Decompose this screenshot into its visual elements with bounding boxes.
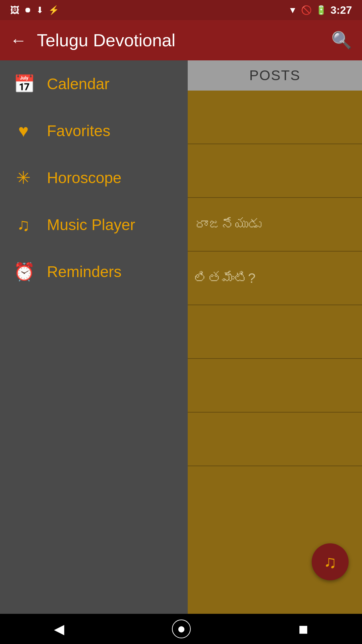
heart-icon: ♥ [13, 121, 34, 141]
status-time: 3:27 [330, 4, 352, 16]
music-player-label: Music Player [47, 216, 135, 234]
record-icon: ⏺ [24, 6, 32, 14]
favorites-label: Favorites [47, 122, 110, 140]
calendar-icon: 📅 [13, 74, 34, 94]
horoscope-label: Horoscope [47, 169, 121, 187]
list-item[interactable] [188, 413, 362, 466]
reminders-label: Reminders [47, 263, 121, 281]
list-item[interactable] [188, 91, 362, 144]
nav-home-button[interactable]: ⬤ [172, 620, 191, 638]
back-button[interactable]: ← [10, 31, 27, 50]
nav-recents-button[interactable]: ◼ [298, 622, 308, 636]
app-bar: ← Telugu Devotional 🔍 [0, 20, 362, 60]
posts-header: POSTS [188, 60, 362, 91]
calendar-label: Calendar [47, 75, 110, 93]
bolt-icon: ⚡ [48, 5, 59, 15]
page-title: Telugu Devotional [37, 30, 331, 50]
posts-area: POSTS రాంజనేయుడు లితమేంటి? ♫ [188, 60, 362, 614]
drawer-menu: 📅 Calendar ♥ Favorites ✳ Horoscope ♫ Mus… [0, 60, 188, 614]
signal-blocked-icon: 🚫 [301, 5, 312, 15]
download-icon: ⬇ [36, 5, 44, 15]
post-text: లితమేంటి? [194, 271, 255, 286]
image-icon: 🖼 [10, 5, 19, 16]
list-item[interactable]: లితమేంటి? [188, 252, 362, 305]
posts-header-label: POSTS [249, 67, 300, 84]
post-text: రాంజనేయుడు [194, 217, 261, 232]
music-fab-icon: ♫ [324, 552, 337, 572]
sidebar-item-horoscope[interactable]: ✳ Horoscope [0, 154, 188, 201]
nav-back-button[interactable]: ◀ [54, 621, 64, 637]
status-icons-left: 🖼 ⏺ ⬇ ⚡ [10, 5, 59, 16]
nav-bar: ◀ ⬤ ◼ [0, 614, 362, 644]
horoscope-icon: ✳ [13, 168, 34, 188]
battery-icon: 🔋 [316, 5, 326, 15]
status-icons-right: ▼ 🚫 🔋 3:27 [288, 4, 352, 16]
list-item[interactable]: రాంజనేయుడు [188, 198, 362, 252]
sidebar-item-reminders[interactable]: ⏰ Reminders [0, 248, 188, 295]
sidebar-item-favorites[interactable]: ♥ Favorites [0, 107, 188, 154]
search-button[interactable]: 🔍 [331, 31, 352, 50]
music-icon: ♫ [13, 215, 34, 235]
main-content: 📅 Calendar ♥ Favorites ✳ Horoscope ♫ Mus… [0, 60, 362, 614]
list-item[interactable] [188, 144, 362, 198]
status-bar: 🖼 ⏺ ⬇ ⚡ ▼ 🚫 🔋 3:27 [0, 0, 362, 20]
wifi-icon: ▼ [288, 5, 297, 15]
sidebar-item-music-player[interactable]: ♫ Music Player [0, 201, 188, 248]
music-fab-button[interactable]: ♫ [312, 543, 349, 580]
list-item[interactable] [188, 359, 362, 413]
sidebar-item-calendar[interactable]: 📅 Calendar [0, 60, 188, 107]
list-item[interactable] [188, 305, 362, 359]
alarm-icon: ⏰ [13, 262, 34, 282]
